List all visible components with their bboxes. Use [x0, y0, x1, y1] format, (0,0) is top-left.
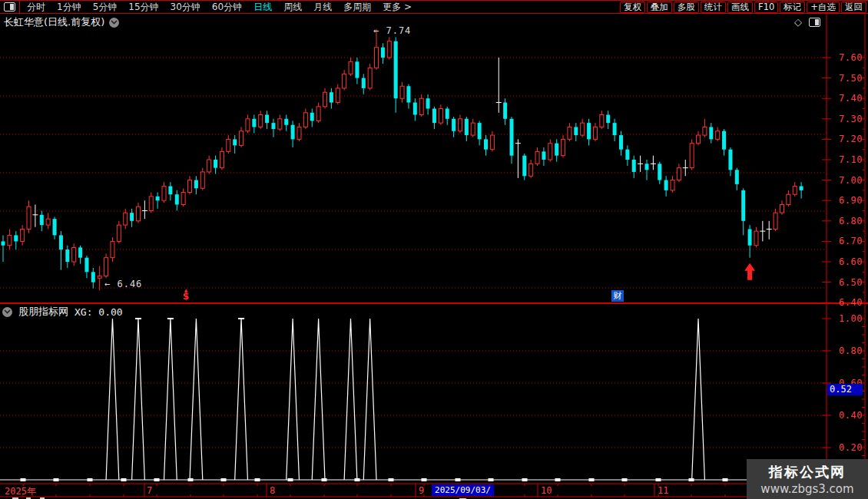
- period-tab[interactable]: 更多 >: [383, 1, 412, 14]
- period-tab[interactable]: 60分钟: [212, 1, 242, 14]
- period-tab[interactable]: 多周期: [343, 1, 371, 14]
- month-label: 10: [541, 485, 552, 496]
- price-axis-label: 6.50: [832, 277, 863, 288]
- indicator-axis-label: 0.40: [832, 410, 863, 421]
- price-axis-label: 7.00: [832, 175, 863, 186]
- toolbar-button[interactable]: F10: [754, 2, 778, 13]
- selected-date-badge: 2025/09/03/三: [432, 484, 494, 496]
- chevron-down-icon[interactable]: [109, 18, 119, 28]
- month-label: 9: [419, 485, 424, 496]
- period-tab[interactable]: 1分钟: [57, 1, 81, 14]
- period-tabs: 分时1分钟5分钟15分钟30分钟60分钟日线周线月线多周期更多 >: [27, 1, 412, 14]
- buy-arrow-icon: [744, 263, 755, 280]
- layout-toggle-button[interactable]: [0, 1, 20, 13]
- indicator-panel-header: 股朋指标网 XG: 0.00: [2, 305, 123, 319]
- watermark: 指标公式网 www.zbgs3.com: [747, 459, 868, 499]
- dividend-marker[interactable]: ▲ $: [181, 288, 191, 301]
- period-tab[interactable]: 30分钟: [171, 1, 200, 14]
- month-label: 7: [147, 485, 152, 496]
- chart-title-row: 长虹华意(日线.前复权): [4, 15, 119, 29]
- price-axis-label: 7.30: [832, 114, 863, 124]
- indicator-axis-label: 0.80: [832, 345, 863, 356]
- watermark-url: www.zbgs3.com: [760, 482, 853, 496]
- top-menubar: 分时1分钟5分钟15分钟30分钟60分钟日线周线月线多周期更多 > 复权叠加多股…: [0, 0, 868, 14]
- price-axis-label: 6.80: [832, 216, 863, 226]
- toolbar-button[interactable]: 标记: [780, 2, 805, 13]
- frame-layer: [0, 14, 868, 497]
- xg-signal-layer: [0, 319, 827, 481]
- split-panes-icon: [4, 2, 15, 12]
- indicator-axis-label: 0.20: [832, 442, 863, 453]
- financial-report-marker[interactable]: 财: [611, 290, 624, 302]
- price-axis-label: 7.60: [832, 52, 863, 63]
- current-value-badge: 0.52: [827, 384, 863, 395]
- grid-layer: [0, 58, 827, 448]
- stock-title: 长虹华意(日线.前复权): [4, 15, 104, 29]
- indicator-axis-label: 1.00: [832, 313, 863, 324]
- period-tab[interactable]: 周线: [283, 1, 302, 14]
- price-axis-label: 7.50: [832, 73, 863, 84]
- chevron-down-icon[interactable]: [2, 307, 12, 317]
- price-axis-label: 7.20: [832, 134, 863, 144]
- toolbar-button[interactable]: 叠加: [647, 2, 672, 13]
- chart-corner-icons: ◇: [794, 16, 820, 28]
- price-axis-label: 7.10: [832, 154, 863, 165]
- toolbar-buttons: 复权叠加多股统计画线F10标记+自选返回: [620, 2, 866, 13]
- toolbar-button[interactable]: 画线: [727, 2, 753, 13]
- period-tab[interactable]: 15分钟: [128, 1, 158, 14]
- year-label: 2025年: [5, 485, 36, 498]
- candlestick-chart-canvas[interactable]: [0, 0, 868, 499]
- indicator-source-label: 股朋指标网: [18, 305, 68, 319]
- price-axis-label: 6.40: [832, 297, 863, 308]
- toolbar-button[interactable]: 复权: [620, 2, 645, 13]
- diamond-icon[interactable]: ◇: [794, 16, 802, 28]
- lowest-price-label: ← 6.46: [104, 279, 142, 289]
- period-tab[interactable]: 分时: [27, 1, 45, 14]
- month-label: 11: [658, 485, 668, 496]
- period-tab[interactable]: 月线: [313, 1, 332, 14]
- price-axis-label: 7.40: [832, 93, 863, 104]
- toolbar-button[interactable]: 多股: [674, 2, 699, 13]
- watermark-title: 指标公式网: [769, 463, 846, 481]
- price-axis-label: 6.70: [832, 236, 863, 246]
- toolbar-button[interactable]: +自选: [807, 2, 840, 13]
- toolbar-button[interactable]: 统计: [701, 2, 726, 13]
- period-tab[interactable]: 5分钟: [93, 1, 118, 14]
- candles-layer: [2, 29, 803, 290]
- highest-price-label: ← 7.74: [373, 25, 411, 36]
- indicator-value-label: XG: 0.00: [75, 306, 123, 318]
- toolbar-button[interactable]: 返回: [841, 2, 866, 13]
- price-axis-label: 6.60: [832, 256, 863, 267]
- period-tab[interactable]: 日线: [253, 1, 272, 14]
- split-view-icon[interactable]: [809, 18, 820, 27]
- price-axis-label: 6.90: [832, 195, 863, 206]
- month-label: 8: [270, 485, 275, 496]
